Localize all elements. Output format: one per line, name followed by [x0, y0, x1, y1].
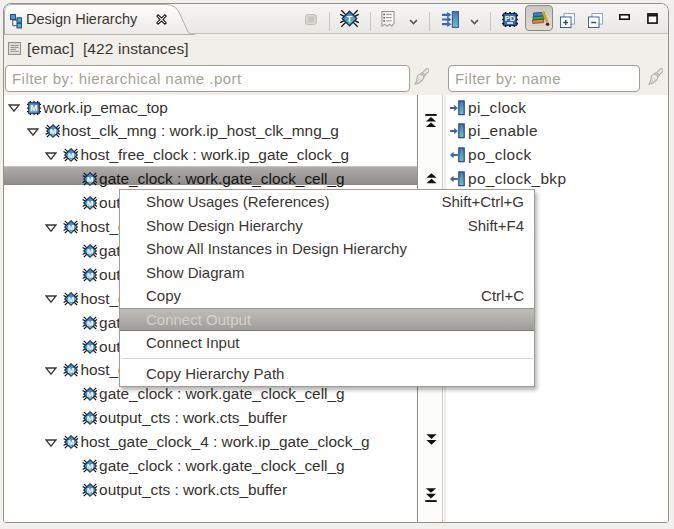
svg-text:T: T [347, 13, 353, 24]
svg-text:PD: PD [505, 14, 516, 23]
